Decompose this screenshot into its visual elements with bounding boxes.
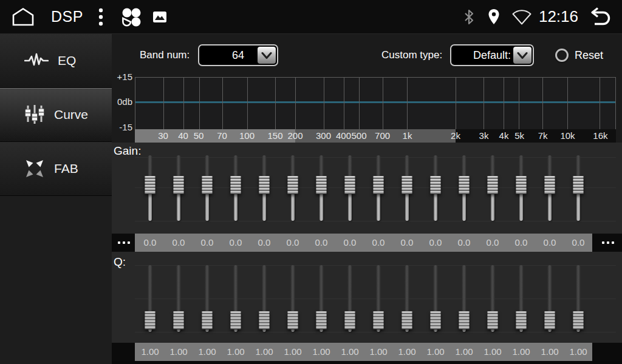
q-slider[interactable]: [202, 265, 213, 332]
q-slider[interactable]: [459, 265, 470, 332]
guide-line: [135, 221, 616, 221]
gridline: [222, 78, 223, 129]
q-slider[interactable]: [287, 265, 298, 332]
gain-slider[interactable]: [544, 155, 555, 221]
q-slider[interactable]: [487, 265, 498, 332]
sidebar-item-fab[interactable]: FAB: [0, 142, 112, 196]
q-slider-thumb[interactable]: [487, 311, 498, 329]
gain-slider-thumb[interactable]: [516, 176, 527, 194]
gain-slider-thumb[interactable]: [202, 176, 213, 194]
q-slider-thumb[interactable]: [287, 311, 298, 329]
gain-slider-thumb[interactable]: [373, 176, 384, 194]
wifi-icon[interactable]: [511, 8, 533, 25]
q-slider-thumb[interactable]: [202, 311, 213, 329]
band-num-dropdown[interactable]: 64: [198, 44, 278, 66]
q-slider-thumb[interactable]: [145, 311, 156, 329]
gain-slider-thumb[interactable]: [145, 176, 156, 194]
q-slider[interactable]: [344, 265, 355, 332]
gain-slider[interactable]: [259, 155, 270, 221]
gain-slider[interactable]: [402, 155, 412, 221]
gain-slider-thumb[interactable]: [344, 176, 355, 194]
freq-tick-label: 400: [336, 129, 351, 143]
q-slider-thumb[interactable]: [173, 311, 184, 329]
gridline: [519, 78, 519, 129]
q-slider[interactable]: [230, 265, 241, 332]
gain-slider[interactable]: [287, 155, 298, 221]
sidebar-item-curve[interactable]: Curve: [0, 88, 112, 142]
gain-slider-thumb[interactable]: [459, 176, 470, 194]
gain-slider[interactable]: [316, 155, 327, 221]
q-slider-thumb[interactable]: [459, 311, 470, 329]
chevron-down-icon[interactable]: [258, 47, 276, 64]
back-icon[interactable]: [586, 7, 613, 27]
q-slider[interactable]: [173, 265, 184, 332]
q-slider[interactable]: [573, 265, 584, 332]
y-axis-label-top: +15: [112, 72, 132, 82]
gridline: [600, 78, 600, 129]
custom-type-dropdown[interactable]: Default:: [450, 44, 534, 66]
freq-tick-label: 5k: [514, 129, 524, 143]
q-slider-thumb[interactable]: [544, 311, 555, 329]
gain-slider-thumb[interactable]: [544, 176, 555, 194]
gain-slider[interactable]: [344, 155, 355, 221]
q-slider-thumb[interactable]: [516, 311, 527, 329]
gain-slider[interactable]: [573, 155, 584, 221]
q-slider[interactable]: [316, 265, 327, 332]
gain-slider[interactable]: [202, 155, 213, 221]
gain-slider-thumb[interactable]: [259, 176, 270, 194]
apps-icon[interactable]: [121, 7, 142, 27]
q-slider[interactable]: [145, 265, 156, 332]
gain-more-right-button[interactable]: [594, 234, 621, 252]
sidebar-item-eq[interactable]: EQ: [0, 34, 112, 88]
bluetooth-icon[interactable]: [463, 8, 474, 25]
gain-slider[interactable]: [430, 155, 441, 221]
slider-track-upper: [148, 265, 152, 315]
reset-button[interactable]: Reset: [555, 45, 603, 66]
slider-track-lower: [491, 192, 494, 221]
gain-slider-thumb[interactable]: [173, 176, 184, 194]
gain-slider-thumb[interactable]: [402, 176, 412, 194]
location-icon[interactable]: [488, 8, 500, 25]
q-slider-thumb[interactable]: [430, 311, 441, 329]
gain-slider-thumb[interactable]: [430, 176, 441, 194]
q-slider-thumb[interactable]: [373, 311, 384, 329]
gain-value: 0.0: [307, 234, 335, 252]
slider-track-upper: [320, 265, 324, 315]
gallery-icon[interactable]: [152, 11, 167, 23]
gain-slider-thumb[interactable]: [287, 176, 298, 194]
q-slider[interactable]: [402, 265, 412, 332]
gain-slider[interactable]: [516, 155, 527, 221]
q-slider-thumb[interactable]: [230, 311, 241, 329]
freq-tick-label: 200: [287, 129, 302, 143]
q-slider-thumb[interactable]: [316, 311, 327, 329]
gridline: [163, 78, 164, 129]
slider-track-lower: [576, 192, 580, 221]
gain-slider[interactable]: [373, 155, 384, 221]
q-slider[interactable]: [259, 265, 270, 332]
gain-slider-thumb[interactable]: [230, 176, 241, 194]
q-slider[interactable]: [373, 265, 384, 332]
gain-slider-thumb[interactable]: [573, 176, 584, 194]
gain-slider[interactable]: [173, 155, 184, 221]
q-slider[interactable]: [430, 265, 441, 332]
gain-slider-thumb[interactable]: [487, 176, 498, 194]
gridline: [344, 78, 344, 129]
gain-slider[interactable]: [230, 155, 241, 221]
gain-slider[interactable]: [145, 155, 156, 221]
slider-track-lower: [262, 192, 266, 221]
q-slider-thumb[interactable]: [402, 311, 412, 329]
q-slider-thumb[interactable]: [573, 311, 584, 329]
q-slider-thumb[interactable]: [259, 311, 270, 329]
gain-slider[interactable]: [487, 155, 498, 221]
home-icon[interactable]: [9, 6, 38, 28]
q-slider[interactable]: [516, 265, 527, 332]
chevron-down-icon[interactable]: [513, 47, 531, 64]
q-slider-thumb[interactable]: [344, 311, 355, 329]
gain-slider-thumb[interactable]: [316, 176, 327, 194]
menu-dots-icon[interactable]: [98, 6, 104, 28]
gain-slider[interactable]: [459, 155, 470, 221]
sidebar-item-label: Curve: [54, 107, 88, 122]
gain-more-left-button[interactable]: [112, 234, 135, 252]
q-slider[interactable]: [544, 265, 555, 332]
freq-tick-label: 40: [178, 129, 188, 143]
